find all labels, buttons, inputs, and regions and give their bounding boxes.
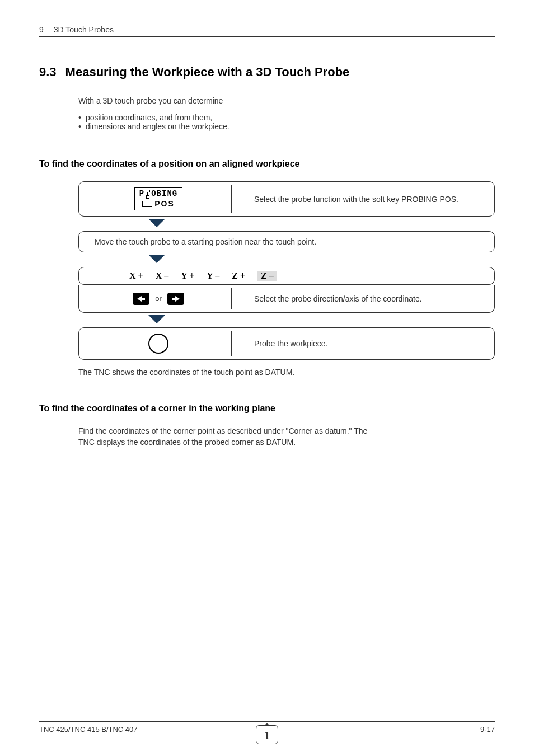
probing-pos-softkey[interactable]: P OBING POS bbox=[134, 187, 182, 210]
step-text: Move the touch probe to a starting posit… bbox=[95, 237, 316, 246]
svg-marker-1 bbox=[148, 255, 165, 263]
chapter-title: 3D Touch Probes bbox=[54, 25, 114, 34]
flow-step: P OBING POS Select the probe function wi… bbox=[78, 181, 495, 217]
svg-marker-3 bbox=[172, 296, 180, 302]
section-number: 9.3 bbox=[39, 65, 57, 79]
step-text: Probe the workpiece. bbox=[232, 339, 488, 348]
axis-option: X + bbox=[129, 271, 143, 281]
svg-marker-4 bbox=[148, 315, 165, 323]
or-label: or bbox=[155, 294, 162, 303]
section-heading: Measuring the Workpiece with a 3D Touch … bbox=[65, 65, 350, 79]
subsection-heading: To find the coordinates of a corner in t… bbox=[39, 403, 495, 414]
probe-icon bbox=[146, 190, 150, 199]
flow-step: or Select the probe direction/axis of th… bbox=[78, 285, 495, 313]
svg-marker-2 bbox=[137, 296, 145, 302]
axis-option-highlighted: Z – bbox=[257, 271, 277, 281]
page-header: 9 3D Touch Probes bbox=[39, 25, 495, 37]
page-footer: TNC 425/TNC 415 B/TNC 407 ı 9-17 bbox=[39, 721, 495, 734]
flow-step: Probe the workpiece. bbox=[78, 327, 495, 360]
intro-text: With a 3D touch probe you can determine bbox=[78, 96, 495, 105]
axis-selection-row: X + X – Y + Y – Z + Z – bbox=[78, 267, 495, 285]
bullet-item: position coordinates, and from them, bbox=[86, 113, 212, 122]
subsection-heading: To find the coordinates of a position on… bbox=[39, 159, 495, 169]
flow-step: Move the touch probe to a starting posit… bbox=[78, 231, 495, 252]
arrow-right-key[interactable] bbox=[167, 293, 184, 305]
softkey-cell: P OBING POS bbox=[86, 185, 231, 213]
body-paragraph: Find the coordinates of the corner point… bbox=[78, 426, 369, 448]
axis-option: Y + bbox=[181, 271, 194, 281]
datum-rect-icon bbox=[142, 201, 152, 207]
info-icon: ı bbox=[256, 725, 278, 744]
arrow-left-key[interactable] bbox=[133, 293, 149, 305]
chapter-number: 9 bbox=[39, 25, 44, 34]
footer-left: TNC 425/TNC 415 B/TNC 407 bbox=[39, 725, 138, 734]
flow-arrow-icon bbox=[78, 255, 495, 265]
arrow-keys-cell: or bbox=[86, 290, 231, 307]
svg-marker-0 bbox=[148, 219, 165, 227]
section-title-row: 9.3 Measuring the Workpiece with a 3D To… bbox=[39, 65, 495, 79]
result-text: The TNC shows the coordinates of the tou… bbox=[78, 368, 495, 377]
flow-arrow-icon bbox=[78, 219, 495, 229]
nc-start-button[interactable] bbox=[148, 334, 168, 354]
softkey-line2: POS bbox=[154, 200, 175, 208]
axis-option: Y – bbox=[207, 271, 219, 281]
axis-option: Z + bbox=[232, 271, 245, 281]
step-text: Select the probe direction/axis of the c… bbox=[232, 294, 488, 303]
bullet-item: dimensions and angles on the workpiece. bbox=[86, 122, 229, 131]
intro-bullets: position coordinates, and from them, dim… bbox=[78, 113, 495, 131]
softkey-line1-rest: OBING bbox=[151, 190, 177, 198]
axis-option: X – bbox=[156, 271, 169, 281]
step-text: Select the probe function with the soft … bbox=[232, 195, 488, 204]
start-button-cell bbox=[86, 331, 231, 356]
flow-arrow-icon bbox=[78, 315, 495, 325]
footer-page-number: 9-17 bbox=[480, 725, 495, 734]
